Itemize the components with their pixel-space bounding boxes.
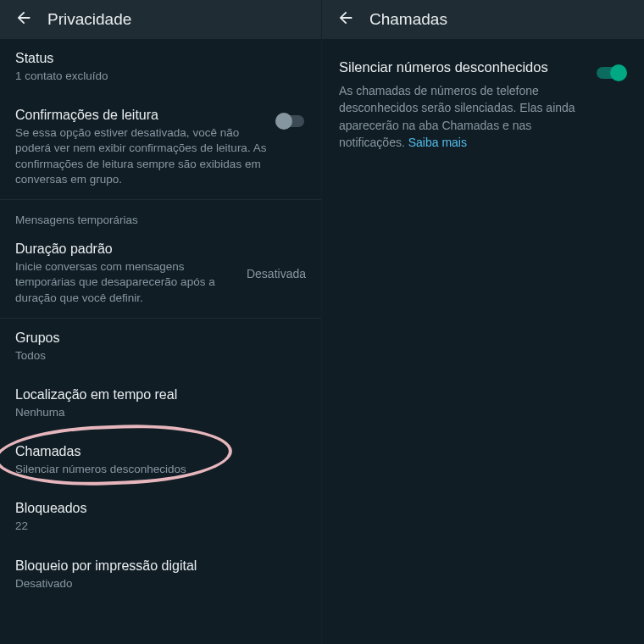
calls-screen: Chamadas Silenciar números desconhecidos… — [322, 0, 644, 644]
row-silence-unknown[interactable]: Silenciar números desconhecidos As chama… — [339, 59, 627, 151]
row-title: Bloqueio por impressão digital — [15, 558, 306, 574]
row-read-receipts[interactable]: Confirmações de leitura Se essa opção es… — [0, 96, 321, 199]
appbar-privacy: Privacidade — [0, 0, 321, 39]
row-sub: Inicie conversas com mensagens temporári… — [15, 259, 238, 306]
row-desc: As chamadas de números de telefone desco… — [339, 82, 586, 151]
row-sub: 1 contato excluído — [15, 69, 306, 84]
row-status[interactable]: Status 1 contato excluído — [0, 39, 321, 96]
appbar-calls: Chamadas — [322, 0, 644, 39]
row-groups[interactable]: Grupos Todos — [0, 319, 321, 375]
appbar-title: Privacidade — [47, 10, 131, 29]
toggle-read-receipts[interactable] — [275, 113, 306, 130]
appbar-title: Chamadas — [369, 10, 447, 29]
row-title: Bloqueados — [15, 501, 306, 516]
row-sub: Silenciar números desconhecidos — [15, 462, 306, 477]
row-title: Chamadas — [15, 444, 306, 459]
row-title: Localização em tempo real — [15, 387, 306, 402]
row-sub: Desativado — [15, 576, 306, 591]
value-right: Desativada — [247, 267, 306, 280]
row-title: Confirmações de leitura — [15, 108, 267, 123]
row-live-location[interactable]: Localização em tempo real Nenhuma — [0, 375, 321, 432]
row-title: Status — [15, 51, 306, 66]
back-button[interactable] — [7, 3, 41, 36]
back-button[interactable] — [329, 3, 363, 36]
row-calls[interactable]: Chamadas Silenciar números desconhecidos — [0, 432, 321, 489]
row-default-duration[interactable]: Duração padrão Inicie conversas com mens… — [0, 230, 321, 318]
row-title: Duração padrão — [15, 242, 238, 257]
row-title: Silenciar números desconhecidos — [339, 59, 586, 75]
arrow-left-icon — [336, 8, 355, 31]
row-blocked[interactable]: Bloqueados 22 — [0, 489, 321, 546]
row-sub: Se essa opção estiver desativada, você n… — [15, 125, 267, 187]
row-title: Grupos — [15, 330, 306, 346]
arrow-left-icon — [14, 8, 33, 31]
privacy-screen: Privacidade Status 1 contato excluído Co… — [0, 0, 322, 644]
toggle-silence-unknown[interactable] — [597, 64, 627, 81]
learn-more-link[interactable]: Saiba mais — [408, 136, 467, 149]
section-disappearing: Mensagens temporárias — [0, 200, 321, 230]
row-sub: 22 — [15, 519, 306, 534]
row-fingerprint[interactable]: Bloqueio por impressão digital Desativad… — [0, 547, 321, 603]
row-sub: Todos — [15, 348, 306, 364]
row-sub: Nenhuma — [15, 405, 306, 420]
